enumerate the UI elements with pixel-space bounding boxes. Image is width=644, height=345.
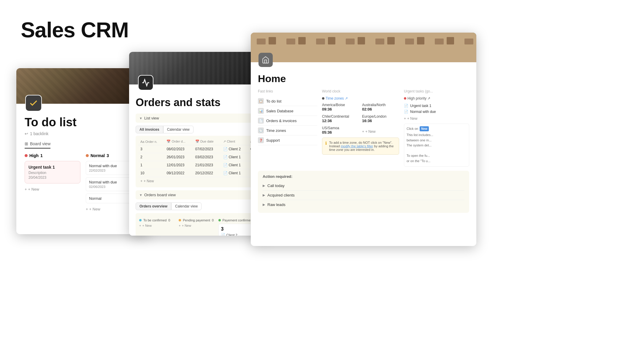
tab-all-invoices[interactable]: All invoices — [136, 126, 163, 133]
clock-city-australia: Australia/North — [362, 103, 399, 107]
clock-city-london: Europe/London — [362, 114, 399, 119]
fast-link-support[interactable]: ❓ Support — [258, 135, 317, 145]
fast-link-sales[interactable]: 📊 Sales Database — [258, 106, 317, 116]
world-clock-section: World clock Time zones ↗ America/Boise 0… — [322, 89, 399, 167]
urgent-filter-label[interactable]: High priority ↗ — [407, 96, 430, 100]
normal-dot — [86, 154, 89, 157]
fast-link-sales-label: Sales Database — [266, 109, 294, 113]
cell-client: 📄 Client 2 — [221, 145, 248, 153]
list-view-toggle[interactable]: ▼ List view — [136, 114, 265, 123]
tab-orders-overview[interactable]: Orders overview — [136, 202, 171, 210]
new-badge: New — [420, 126, 429, 131]
confirmed-label: Payement confirme... — [223, 218, 253, 222]
board-tabs: Orders overview Calendar view — [136, 202, 265, 210]
kanban-col-high: High 1 Urgent task 1 Description 20/04/2… — [25, 153, 80, 213]
high-dot — [25, 154, 28, 157]
action-raw-label: Raw leads — [267, 202, 285, 207]
board-view-toggle[interactable]: ▼ Orders board view — [136, 190, 265, 199]
action-required-title: Action required: — [263, 174, 464, 179]
tab-calendar-view[interactable]: Calendar view — [163, 126, 193, 133]
home-content-grid: Fast links 📋 To do list 📊 Sales Database… — [258, 89, 469, 167]
table-row[interactable]: 2 26/01/2023 03/02/2023 📄 Client 1 — [138, 153, 263, 161]
table-row[interactable]: 10 09/12/2022 20/12/2022 📄 Client 1 — [138, 169, 263, 177]
action-arrow-raw: ▶ — [263, 203, 265, 207]
fast-link-timezones[interactable]: 🕐 Time zones — [258, 126, 317, 135]
col-client: ↗ Client — [221, 138, 248, 145]
cell-order-date: 08/02/2023 — [164, 145, 193, 153]
fast-links-section: Fast links 📋 To do list 📊 Sales Database… — [258, 89, 317, 167]
col-to-confirm: To be confirmed 0 ++ New — [139, 218, 175, 236]
action-arrow-acquired: ▶ — [263, 193, 265, 197]
orders-board: To be confirmed 0 ++ New Pending payemen… — [136, 213, 265, 236]
world-clock-title: World clock — [322, 89, 399, 93]
clock-item-samoa: US/Samoa 05:36 — [322, 126, 359, 135]
todo-view-label[interactable]: ⊞ Board view — [25, 141, 50, 148]
urgent-item-1-label: Urgent task 1 — [410, 104, 431, 108]
cell-order-date: 09/12/2022 — [164, 169, 193, 177]
col-to-confirm-header: To be confirmed 0 — [139, 218, 175, 222]
kanban-card-urgent1[interactable]: Urgent task 1 Description 20/04/2023 — [25, 161, 80, 183]
urgent-task-desc: Description — [28, 171, 77, 175]
high-add-button[interactable]: ++ New — [25, 186, 80, 193]
todo-card-icon — [25, 95, 42, 111]
table-row[interactable]: 3 08/02/2023 07/02/2023 📄 Client 2 €... — [138, 145, 263, 153]
clock-time-chile: 12:36 — [322, 119, 359, 123]
clock-item-london: Europe/London 16:36 — [362, 114, 399, 123]
fast-link-orders-icon: 📄 — [258, 118, 264, 124]
clock-filter-label[interactable]: Time zones ↗ — [326, 96, 348, 100]
to-confirm-label: To be confirmed — [143, 218, 166, 222]
clock-add-button[interactable]: ++ New — [362, 128, 399, 135]
clock-item-australia: Australia/North 02:06 — [362, 103, 399, 111]
table-row[interactable]: 1 12/01/2023 21/01/2023 📄 Client 1 — [138, 161, 263, 169]
action-acquired-label: Acquired clients — [267, 193, 295, 197]
pending-dot — [179, 219, 181, 221]
cell-order: 2 — [138, 153, 164, 161]
normal-label: Normal — [91, 153, 105, 158]
clock-info-text: To add a time zone, do NOT click on "New… — [329, 141, 396, 151]
urgent-high-dot — [404, 97, 406, 100]
normal-count: 3 — [107, 153, 109, 158]
fast-link-timezones-label: Time zones — [266, 128, 286, 133]
urgent-item-1[interactable]: 📄 Urgent task 1 — [404, 103, 469, 109]
urgent-add-button[interactable]: + + New — [404, 116, 469, 121]
urgent-description: Click on New This list includes... betwe… — [404, 124, 469, 167]
col-pending: Pending payement 0 ++ New — [179, 218, 215, 236]
cell-due-date: 03/02/2023 — [193, 153, 221, 161]
action-item-raw[interactable]: ▶ Raw leads — [263, 200, 464, 209]
todo-title: To do list — [25, 116, 142, 129]
cell-client: 📄 Client 1 — [221, 169, 248, 177]
invoices-table: Aa Order n. 📅 Order d... 📅 Due date ↗ Cl… — [138, 138, 263, 177]
orders-card-icon — [138, 75, 153, 90]
fast-link-todo[interactable]: 📋 To do list — [258, 96, 317, 106]
cell-order: 3 — [138, 145, 164, 153]
fast-link-support-label: Support — [266, 138, 280, 143]
action-item-acquired[interactable]: ▶ Acquired clients — [263, 191, 464, 200]
clock-city-samoa: US/Samoa — [322, 126, 359, 130]
clock-grid: America/Boise 09:36 Australia/North 02:0… — [322, 103, 399, 135]
tab-board-calendar[interactable]: Calendar view — [171, 202, 202, 210]
clock-time-australia: 02:06 — [362, 107, 399, 111]
clock-info-box: ℹ To add a time zone, do NOT click on "N… — [322, 138, 399, 155]
action-item-call[interactable]: ▶ Call today — [263, 181, 464, 191]
col-order: Aa Order n. — [138, 138, 164, 145]
table-add-button[interactable]: ++ New — [138, 177, 263, 185]
urgent-tasks-section: Urgent tasks (go... High priority ↗ 📄 Ur… — [404, 89, 469, 167]
confirmed-dot — [218, 219, 221, 221]
home-title: Home — [258, 73, 469, 84]
clock-time-samoa: 05:36 — [322, 130, 359, 135]
action-call-label: Call today — [267, 183, 285, 188]
cell-order: 1 — [138, 161, 164, 169]
fast-link-todo-label: To do list — [266, 99, 281, 103]
clock-dot — [322, 97, 324, 100]
urgent-tasks-title: Urgent tasks (go... — [404, 89, 469, 93]
to-confirm-add[interactable]: ++ New — [139, 224, 175, 227]
fast-link-sales-icon: 📊 — [258, 108, 264, 114]
clock-time-boise: 09:36 — [322, 107, 359, 111]
clock-item-chile: Chile/Continental 12:36 — [322, 114, 359, 123]
urgent-item-2[interactable]: 📄 Normal with due — [404, 109, 469, 115]
pending-add[interactable]: ++ New — [179, 224, 215, 227]
col-pending-header: Pending payement 0 — [179, 218, 215, 222]
fast-link-orders[interactable]: 📄 Orders & invoices — [258, 116, 317, 126]
kanban-col-high-header: High 1 — [25, 153, 80, 158]
urgent-task-date: 20/04/2023 — [28, 175, 77, 180]
